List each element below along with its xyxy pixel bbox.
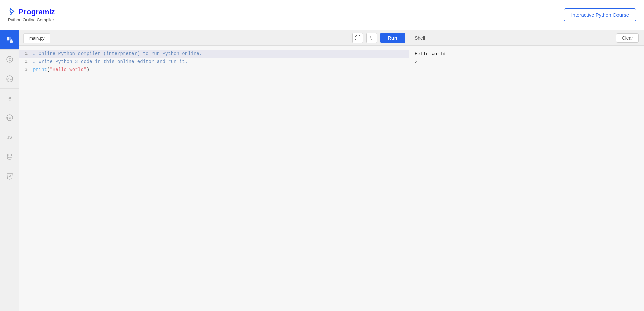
logo-name: Programiz (19, 8, 55, 16)
code-editor[interactable]: 1 # Online Python compiler (interpreter)… (19, 46, 409, 311)
editor-section: main.py ⛶ ☾ Run 1 # Online Python compil… (19, 30, 409, 311)
keyword-print: print (33, 67, 47, 72)
line-content-3: print("Hello world") (33, 66, 409, 73)
shell-output[interactable]: Hello world > (409, 46, 644, 311)
interactive-course-button[interactable]: Interactive Python Course (564, 8, 636, 21)
sidebar: C C++ C# JS (0, 30, 19, 311)
line-content-1: # Online Python compiler (interpreter) t… (33, 50, 409, 57)
line-number-2: 2 (19, 58, 33, 65)
logo-subtitle: Python Online Compiler (8, 17, 55, 22)
editor-toolbar: main.py ⛶ ☾ Run (19, 30, 409, 46)
sql-icon (6, 153, 14, 161)
line-number-3: 3 (19, 66, 33, 73)
svg-text:C#: C# (7, 116, 11, 120)
cpp-icon: C++ (6, 75, 14, 83)
sidebar-item-csharp[interactable]: C# (0, 108, 19, 127)
theme-toggle-button[interactable]: ☾ (366, 33, 377, 43)
c-icon: C (6, 55, 14, 63)
string-hello: "Hello world" (50, 67, 86, 72)
sidebar-item-js[interactable]: JS (0, 127, 19, 147)
fullscreen-button[interactable]: ⛶ (352, 33, 363, 43)
logo-area: Programiz Python Online Compiler (8, 7, 55, 22)
sidebar-item-c[interactable]: C (0, 50, 19, 69)
clear-button[interactable]: Clear (616, 33, 639, 43)
run-button[interactable]: Run (380, 33, 405, 43)
sidebar-item-python[interactable] (0, 30, 19, 50)
shell-prompt-line: > (415, 58, 639, 66)
shell-section: Shell Clear Hello world > (409, 30, 644, 311)
code-line-1: 1 # Online Python compiler (interpreter)… (19, 50, 409, 58)
programiz-logo-icon (8, 7, 17, 17)
sidebar-item-cpp[interactable]: C++ (0, 69, 19, 89)
sidebar-item-sql[interactable] (0, 147, 19, 166)
shell-toolbar: Shell Clear (409, 30, 644, 46)
shell-prompt: > (415, 59, 417, 65)
line-content-2: # Write Python 3 code in this online edi… (33, 58, 409, 65)
js-label: JS (7, 135, 12, 140)
svg-rect-1 (10, 40, 13, 43)
code-line-3: 3 print("Hello world") (19, 66, 409, 74)
moon-icon: ☾ (369, 35, 374, 41)
header: Programiz Python Online Compiler Interac… (0, 0, 644, 30)
main-layout: C C++ C# JS (0, 30, 644, 311)
svg-text:C: C (9, 58, 11, 61)
line-number-1: 1 (19, 50, 33, 57)
sidebar-item-java[interactable] (0, 89, 19, 108)
code-line-2: 2 # Write Python 3 code in this online e… (19, 58, 409, 66)
shell-label: Shell (415, 35, 425, 41)
shell-output-line-1: Hello world (415, 50, 639, 58)
csharp-icon: C# (6, 114, 14, 122)
html-icon (6, 172, 14, 180)
python-icon (5, 36, 14, 44)
fullscreen-icon: ⛶ (355, 35, 360, 41)
file-tab[interactable]: main.py (23, 33, 50, 43)
java-icon (6, 94, 14, 102)
logo: Programiz (8, 7, 55, 17)
svg-text:C++: C++ (7, 77, 13, 81)
sidebar-item-html[interactable] (0, 166, 19, 186)
toolbar-actions: ⛶ ☾ Run (352, 33, 405, 43)
svg-point-10 (7, 154, 12, 156)
